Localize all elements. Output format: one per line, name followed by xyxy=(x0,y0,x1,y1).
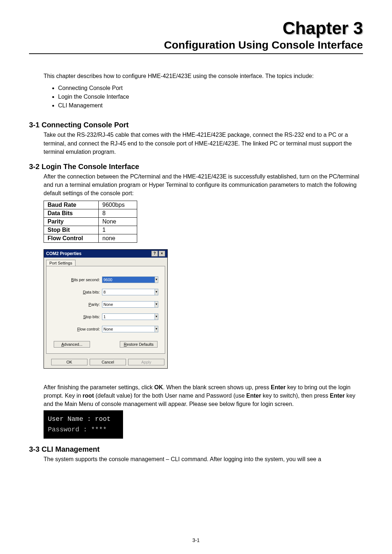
stopbits-input[interactable] xyxy=(102,313,155,320)
section-body-3-2-a: After the connection between the PC/term… xyxy=(44,172,363,198)
parity-select[interactable]: ▼ xyxy=(102,301,158,308)
field-flow-control: Flow control: ▼ xyxy=(53,326,158,332)
cell-label: Flow Control xyxy=(44,234,99,242)
section-body-3-2-b: After finishing the parameter settings, … xyxy=(44,383,363,409)
chapter-subtitle: Configuration Using Console Interface xyxy=(29,39,363,51)
com-properties-dialog: COM2 Properties ? × Port Settings Bits p… xyxy=(44,249,168,369)
bps-select[interactable]: ▼ xyxy=(102,276,158,283)
cell-value: 8 xyxy=(99,209,137,217)
databits-label: Data bits: xyxy=(83,290,100,294)
close-icon[interactable]: × xyxy=(159,251,165,257)
table-row: Baud Rate9600bps xyxy=(44,201,137,209)
cell-value: 9600bps xyxy=(99,201,137,209)
login-line-password: Password : **** xyxy=(48,424,119,435)
bps-input[interactable] xyxy=(102,276,155,283)
dialog-tab-panel: Bits per second: ▼ Data bits: ▼ Parity: … xyxy=(46,266,165,354)
section-body-3-1: Take out the RS-232/RJ-45 cable that com… xyxy=(44,131,363,156)
field-stop-bits: Stop bits: ▼ xyxy=(53,313,158,320)
ok-button[interactable]: OK xyxy=(51,359,87,365)
field-data-bits: Data bits: ▼ xyxy=(53,289,158,295)
restore-defaults-button[interactable]: Restore Defaults xyxy=(120,341,158,348)
stopbits-label: Stop bits: xyxy=(83,315,100,319)
cell-label: Baud Rate xyxy=(44,201,99,209)
settings-table: Baud Rate9600bps Data Bits8 ParityNone S… xyxy=(44,201,137,243)
chevron-down-icon[interactable]: ▼ xyxy=(155,301,158,308)
cell-label: Parity xyxy=(44,217,99,226)
cell-label: Stop Bit xyxy=(44,226,99,234)
help-icon[interactable]: ? xyxy=(151,251,158,257)
chevron-down-icon[interactable]: ▼ xyxy=(155,313,158,320)
chevron-down-icon[interactable]: ▼ xyxy=(155,289,158,295)
title-rule xyxy=(29,53,363,54)
parity-label: Parity: xyxy=(89,302,100,307)
list-item: Connecting Console Port xyxy=(58,84,363,93)
section-heading-3-1: 3-1 Connecting Console Port xyxy=(29,121,363,129)
dialog-titlebar: COM2 Properties ? × xyxy=(44,250,167,258)
flow-select[interactable]: ▼ xyxy=(102,326,158,332)
topic-list: Connecting Console Port Login the Consol… xyxy=(51,84,363,110)
dialog-tab-row: Port Settings xyxy=(44,258,167,266)
bps-label: Bits per second: xyxy=(71,278,100,282)
intro-paragraph: This chapter describes how to configure … xyxy=(44,72,363,80)
table-row: Flow Controlnone xyxy=(44,234,137,242)
flow-input[interactable] xyxy=(102,326,155,332)
dialog-title: COM2 Properties xyxy=(46,251,81,256)
flow-label: Flow control: xyxy=(77,327,100,331)
apply-button[interactable]: Apply xyxy=(128,359,164,365)
tab-port-settings[interactable]: Port Settings xyxy=(46,260,75,266)
cell-value: none xyxy=(99,234,137,242)
cell-value: None xyxy=(99,217,137,226)
table-row: Stop Bit1 xyxy=(44,226,137,234)
field-parity: Parity: ▼ xyxy=(53,301,158,308)
login-screenshot: User Name : root Password : **** xyxy=(44,410,123,439)
list-item: CLI Management xyxy=(58,101,363,110)
section-heading-3-2: 3-2 Login The Console Interface xyxy=(29,163,363,171)
chevron-down-icon[interactable]: ▼ xyxy=(155,326,158,332)
field-bits-per-second: Bits per second: ▼ xyxy=(53,276,158,283)
login-line-username: User Name : root xyxy=(48,414,119,424)
databits-input[interactable] xyxy=(102,289,155,295)
list-item: Login the Console Interface xyxy=(58,93,363,101)
cell-label: Data Bits xyxy=(44,209,99,217)
advanced-button[interactable]: Advanced... xyxy=(54,341,90,348)
page-number: 3-1 xyxy=(0,537,392,543)
chevron-down-icon[interactable]: ▼ xyxy=(155,276,158,283)
table-row: Data Bits8 xyxy=(44,209,137,217)
cancel-button[interactable]: Cancel xyxy=(90,359,126,365)
cell-value: 1 xyxy=(99,226,137,234)
databits-select[interactable]: ▼ xyxy=(102,289,158,295)
table-row: ParityNone xyxy=(44,217,137,226)
section-heading-3-3: 3-3 CLI Management xyxy=(29,445,363,454)
stopbits-select[interactable]: ▼ xyxy=(102,313,158,320)
section-body-3-3: The system supports the console manageme… xyxy=(44,455,363,463)
parity-input[interactable] xyxy=(102,301,155,308)
chapter-title: Chapter 3 xyxy=(29,18,363,38)
